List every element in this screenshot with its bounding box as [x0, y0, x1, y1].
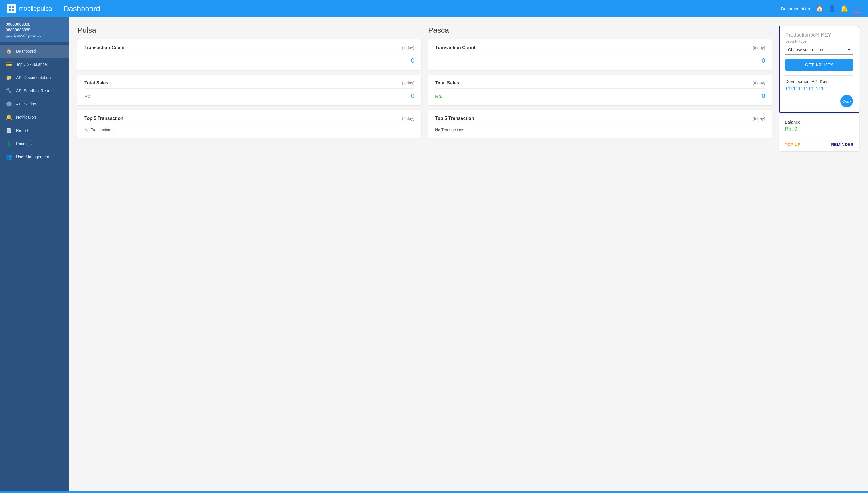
sidebar-item-user-management[interactable]: 👥 User Management	[0, 150, 69, 164]
pulsa-title: Pulsa	[77, 26, 421, 35]
logo-icon	[7, 4, 16, 13]
sidebar-label-api-sandbox: API Sandbox Report	[16, 88, 53, 93]
sidebar-item-notification[interactable]: 🔔 Notification	[0, 111, 69, 124]
pasca-total-sales-label: Total Sales	[435, 81, 459, 86]
pulsa-total-sales-period: (today)	[402, 81, 414, 85]
bell-icon[interactable]: 🔔	[841, 5, 848, 12]
pasca-title: Pasca	[428, 26, 772, 35]
documentation-link[interactable]: Documentation	[781, 6, 810, 11]
pulsa-total-sales-label: Total Sales	[84, 81, 108, 86]
pasca-top5-header: Top 5 Transaction (today)	[435, 116, 765, 124]
pulsa-rp-label: Rp.	[84, 94, 92, 99]
pasca-total-sales-card: Total Sales (today) Rp. 0	[428, 75, 772, 105]
sidebar-user: 08888888888 08888888888 qwertyuiop@gmail…	[0, 17, 69, 42]
sidebar-email: qwertyuiop@gmail.com	[6, 33, 63, 38]
svg-rect-1	[12, 6, 14, 8]
right-panel: Production API KEY Security Type Choose …	[779, 26, 860, 483]
pulsa-tx-count-value: 0	[84, 57, 414, 64]
pulsa-top5-card: Top 5 Transaction (today) No Transaction…	[77, 110, 421, 138]
balance-value: Rp. 0	[785, 126, 854, 132]
close-icon[interactable]: ✕	[853, 5, 861, 13]
balance-card: Balance: Rp. 0 TOP UP REMINDER	[779, 114, 860, 151]
pulsa-total-sales-row: Rp. 0	[84, 92, 414, 100]
sidebar-label-notification: Notification	[16, 115, 36, 120]
copy-button[interactable]: Copy	[841, 95, 853, 107]
svg-rect-2	[8, 9, 11, 12]
pulsa-tx-count-card: Transaction Count (today) 0	[77, 39, 421, 70]
pasca-top5-card: Top 5 Transaction (today) No Transaction…	[428, 110, 772, 138]
pulsa-tx-count-header: Transaction Count (today)	[84, 45, 414, 53]
dev-api-label: Development API Key:	[785, 79, 853, 84]
sidebar-label-report: Report	[16, 128, 28, 133]
sidebar-item-api-sandbox[interactable]: 🔧 API Sandbox Report	[0, 84, 69, 98]
layout: 08888888888 08888888888 qwertyuiop@gmail…	[0, 17, 868, 491]
pasca-tx-count-header: Transaction Count (today)	[435, 45, 765, 53]
pasca-tx-count-period: (today)	[753, 45, 765, 50]
pasca-cards: Transaction Count (today) 0 Total Sales …	[428, 39, 772, 138]
account-icon[interactable]: 👤	[828, 5, 836, 12]
sidebar-phone1: 08888888888	[6, 22, 63, 26]
user-management-icon: 👥	[6, 154, 12, 160]
sidebar-phone2: 08888888888	[6, 27, 63, 32]
pulsa-top5-label: Top 5 Transaction	[84, 116, 123, 121]
pasca-rp-label: Rp.	[435, 94, 442, 99]
main-content: Pulsa Transaction Count (today) 0	[69, 17, 868, 491]
sidebar-label-price-list: Price List	[16, 141, 33, 146]
pasca-total-sales-value: 0	[762, 92, 765, 100]
pasca-total-sales-header: Total Sales (today)	[435, 81, 765, 89]
page-title: Dashboard	[64, 4, 781, 13]
dashboard-content: Pulsa Transaction Count (today) 0	[77, 26, 772, 483]
copy-btn-row: Copy	[785, 95, 853, 107]
pulsa-tx-count-label: Transaction Count	[84, 45, 124, 50]
sidebar-item-report[interactable]: 📄 Report	[0, 124, 69, 137]
pasca-tx-count-label: Transaction Count	[435, 45, 475, 50]
pasca-total-sales-row: Rp. 0	[435, 92, 765, 100]
api-key-security-label: Security Type	[785, 39, 853, 43]
api-docs-icon: 📁	[6, 74, 12, 81]
pasca-tx-count-value: 0	[435, 57, 765, 64]
logo-text: mobilepulsa	[18, 5, 52, 12]
header: mobilepulsa Dashboard Documentation 🏠 👤 …	[0, 0, 868, 17]
pulsa-total-sales-header: Total Sales (today)	[84, 81, 414, 89]
sidebar-label-user-management: User Management	[16, 154, 49, 159]
topup-icon: 💳	[6, 61, 12, 67]
logo: mobilepulsa	[7, 4, 52, 13]
pasca-top5-period: (today)	[753, 116, 765, 121]
sidebar-item-topup[interactable]: 💳 Top Up - Balance	[0, 58, 69, 71]
sidebar: 08888888888 08888888888 qwertyuiop@gmail…	[0, 17, 69, 491]
sidebar-label-api-docs: API Documentation	[16, 75, 51, 80]
bottom-bar	[0, 491, 868, 493]
dev-api-value: 111111111111111	[785, 86, 853, 91]
svg-rect-0	[8, 6, 11, 8]
topup-link[interactable]: TOP UP	[785, 142, 801, 147]
sidebar-label-api-setting: API Setting	[16, 102, 36, 106]
sidebar-label-topup: Top Up - Balance	[16, 62, 47, 67]
pulsa-tx-count-period: (today)	[402, 45, 414, 50]
sections-row: Pulsa Transaction Count (today) 0	[77, 26, 772, 138]
reminder-link[interactable]: REMINDER	[831, 142, 854, 147]
sidebar-label-dashboard: Dashboard	[16, 49, 36, 53]
sidebar-item-api-docs[interactable]: 📁 API Documentation	[0, 71, 69, 84]
balance-actions: TOP UP REMINDER	[785, 138, 854, 147]
sidebar-item-price-list[interactable]: 💲 Price List	[0, 137, 69, 150]
pasca-top5-label: Top 5 Transaction	[435, 116, 474, 121]
security-type-select[interactable]: Choose your option IP Whitelist Token	[785, 45, 853, 55]
notification-icon: 🔔	[6, 114, 12, 121]
header-icons: 🏠 👤 🔔 ✕	[816, 5, 861, 13]
api-key-card: Production API KEY Security Type Choose …	[779, 26, 860, 113]
home-icon[interactable]: 🏠	[816, 5, 823, 12]
api-setting-icon: ⚙️	[6, 101, 12, 107]
pulsa-section: Pulsa Transaction Count (today) 0	[77, 26, 421, 138]
pulsa-top5-period: (today)	[402, 116, 414, 121]
api-divider	[785, 75, 853, 76]
api-sandbox-icon: 🔧	[6, 88, 12, 94]
pasca-section: Pasca Transaction Count (today) 0	[428, 26, 772, 138]
header-right: Documentation 🏠 👤 🔔 ✕	[781, 5, 861, 13]
pulsa-total-sales-card: Total Sales (today) Rp. 0	[77, 75, 421, 105]
sidebar-item-api-setting[interactable]: ⚙️ API Setting	[0, 98, 69, 111]
sidebar-nav: 🏠 Dashboard 💳 Top Up - Balance 📁 API Doc…	[0, 42, 69, 166]
sidebar-item-dashboard[interactable]: 🏠 Dashboard	[0, 45, 69, 58]
get-api-key-button[interactable]: GET API KEY	[785, 59, 853, 71]
pasca-no-tx: No Transactions	[435, 128, 765, 132]
pasca-tx-count-card: Transaction Count (today) 0	[428, 39, 772, 70]
